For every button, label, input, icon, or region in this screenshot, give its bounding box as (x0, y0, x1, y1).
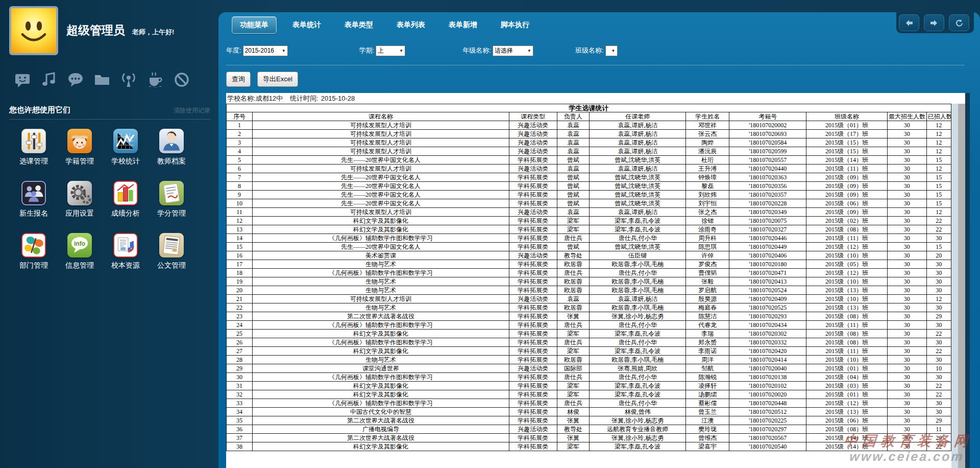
table-cell: 学科拓展类 (509, 338, 557, 347)
app-credit-doc[interactable]: 学分管理 (149, 181, 194, 233)
tab-form-list[interactable]: 表单列表 (389, 17, 433, 33)
table-cell: 唐仕兵,付小华 (590, 338, 686, 347)
chat-icon[interactable] (66, 71, 85, 89)
table-cell: '180107020557 (729, 156, 806, 165)
year-select[interactable]: 2015-2016▼ (243, 45, 288, 56)
table-cell: 刘欣炜 (686, 191, 729, 199)
music-icon[interactable] (40, 71, 58, 89)
table-cell: 2015级（12）班 (806, 399, 887, 408)
podcast-icon[interactable] (119, 71, 138, 89)
table-cell: 张翼 (557, 312, 590, 321)
table-cell: 19 (227, 277, 253, 286)
table-cell: 2 (227, 130, 253, 138)
app-label: 选课管理 (19, 157, 48, 166)
arrow-right-button[interactable] (924, 14, 944, 31)
tab-form-add[interactable]: 表单新增 (441, 17, 485, 33)
table-cell: 袁蕊,谭妍,杨洁 (590, 165, 686, 173)
table-cell: 30 (926, 408, 951, 416)
table-cell: 学科拓展类 (509, 356, 557, 364)
scrollbar-track[interactable] (951, 104, 958, 468)
app-info-bubble[interactable]: info信息管理 (57, 233, 103, 285)
table-cell: '180107020524 (729, 286, 806, 295)
table-cell: 6 (227, 165, 253, 173)
app-newspaper[interactable]: 公文管理 (149, 233, 194, 285)
stat-time-value: 2015-10-28 (321, 95, 355, 102)
table-cell: 学科拓展类 (509, 321, 557, 330)
table-cell: 15 (926, 182, 951, 191)
table-cell: 远航教育专业播音教师 (590, 425, 686, 434)
app-people[interactable]: 新生报名 (11, 181, 57, 233)
table-cell: 4 (227, 147, 253, 156)
table-cell: 课堂沟通世界 (253, 364, 509, 373)
table-cell: 欧居蓉 (557, 286, 590, 295)
arrow-left-button[interactable] (899, 14, 919, 31)
tab-form-stats[interactable]: 表单统计 (285, 17, 329, 33)
coffee-icon[interactable] (146, 71, 164, 89)
table-cell: 唐仕兵 (557, 373, 590, 382)
app-student-girl[interactable]: 学籍管理 (57, 129, 103, 181)
table-cell: 8 (227, 182, 253, 191)
bar-chart-icon (113, 181, 138, 205)
table-cell: '180107020349 (729, 208, 806, 217)
table-cell: 欧居蓉 (557, 356, 590, 364)
app-sliders[interactable]: 选课管理 (11, 129, 57, 181)
table-area: 学生选课统计序号课程名称课程类型负责人任课老师学生姓名考籍号班级名称最大招生人数… (226, 104, 965, 468)
table-cell: 殷昊源 (686, 295, 729, 303)
app-label: 学籍管理 (65, 157, 94, 166)
sms-icon[interactable] (13, 71, 32, 89)
app-bar-chart[interactable]: 成绩分析 (103, 181, 149, 233)
table-cell: 16 (227, 251, 253, 260)
app-resources[interactable]: 校本资源 (103, 233, 149, 285)
table-cell: 30 (888, 208, 927, 217)
table-cell: 2015级（11）班 (806, 347, 887, 356)
table-cell: 学科拓展类 (509, 234, 557, 243)
table-cell: 第二次世界大战著名战役 (253, 434, 509, 442)
tab-menu[interactable]: 功能菜单 (232, 16, 277, 34)
scrollbar-thumb[interactable] (958, 104, 965, 468)
app-gears[interactable]: 应用设置 (57, 181, 103, 233)
table-cell: 15 (227, 243, 253, 251)
table-row: 2可持续发展型人才培训兴趣活动类袁蕊袁蕊,谭妍,杨洁张云杰'1801070206… (227, 130, 951, 138)
term-select[interactable]: 上▼ (376, 45, 405, 56)
table-cell: 3 (227, 138, 253, 147)
grade-select[interactable]: 请选择▼ (493, 45, 533, 56)
table-cell: 学科拓展类 (509, 390, 557, 399)
table-cell: 35 (227, 416, 253, 425)
clear-history-link[interactable]: 清除使用记录 (174, 106, 210, 115)
butterfly-icon (21, 233, 46, 258)
table-row: 35第二次世界大战著名战役学科拓展类张翼张翼,徐小玲,杨志勇江澳'1801070… (227, 416, 951, 425)
table-cell: 曾斌 (557, 156, 590, 165)
block-icon[interactable] (173, 71, 191, 89)
avatar[interactable] (9, 6, 58, 55)
table-cell: 欧居蓉,李小琪,毛楠 (590, 356, 686, 364)
app-label: 信息管理 (65, 261, 94, 270)
tab-script-run[interactable]: 脚本执行 (493, 17, 537, 33)
table-cell: 7 (227, 173, 253, 182)
export-excel-button[interactable]: 导出Excel (257, 72, 298, 87)
table-cell: 《几何画板》辅助数学作图和数学学习 (253, 234, 509, 243)
app-label: 学分管理 (157, 209, 186, 218)
table-cell: 2015级（10）班 (806, 277, 887, 286)
app-butterfly[interactable]: 部门管理 (11, 233, 57, 285)
refresh-button[interactable] (949, 14, 969, 31)
tab-form-type[interactable]: 表单类型 (337, 17, 381, 33)
class-select[interactable]: ▼ (605, 45, 618, 56)
table-cell: 生物与艺术 (253, 260, 509, 269)
table-cell: 兴趣活动类 (509, 208, 557, 217)
query-button[interactable]: 查询 (226, 72, 251, 87)
table-cell: 徐锶 (686, 217, 729, 225)
app-teacher[interactable]: 教师档案 (149, 129, 194, 181)
table-cell: 17 (227, 260, 253, 269)
table-cell: 12 (926, 165, 951, 173)
table-cell: 唐仕兵 (557, 338, 590, 347)
folder-icon[interactable] (93, 71, 111, 89)
svg-text:info: info (74, 240, 85, 247)
table-cell: 2015级（13）班 (806, 408, 887, 416)
table-cell: 29 (926, 416, 951, 425)
table-cell: 2015级（06）班 (806, 199, 887, 208)
table-row: 19生物与艺术学科拓展类欧居蓉欧居蓉,李小琪,毛楠张毅'180107020413… (227, 277, 951, 286)
table-cell: 教导处 (557, 425, 590, 434)
app-line-chart[interactable]: 学校统计 (103, 129, 149, 181)
table-cell: 张毅 (686, 277, 729, 286)
table-cell: '180107020040 (729, 364, 806, 373)
